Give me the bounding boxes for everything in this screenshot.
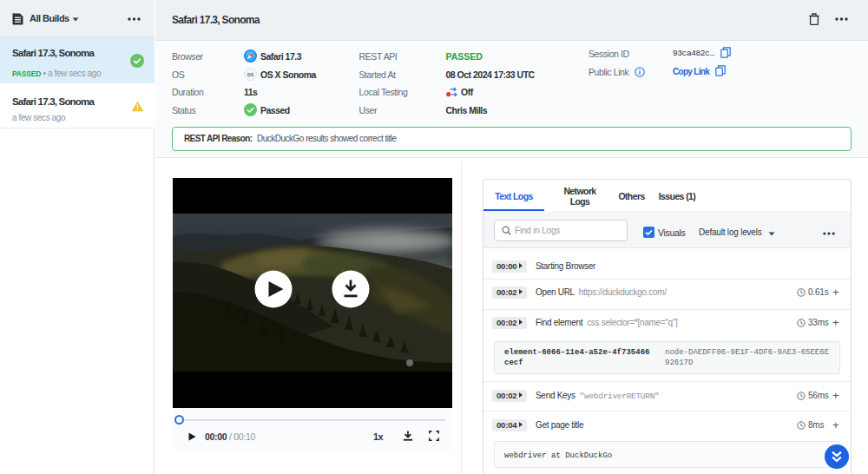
svg-text:os: os bbox=[247, 70, 254, 76]
